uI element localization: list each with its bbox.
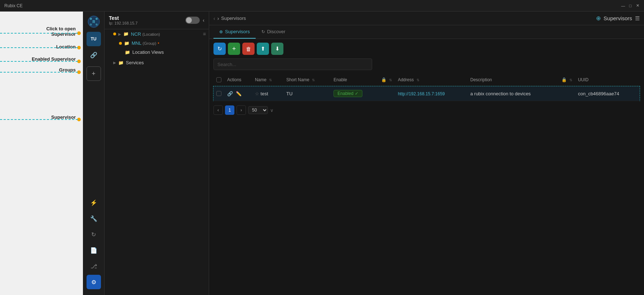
address-sort-icon[interactable]: ⇅ <box>416 78 419 82</box>
table-row[interactable]: 🔗 ✏️ ☆ test TU <box>213 86 640 101</box>
refresh-button[interactable]: ↻ <box>213 43 226 55</box>
row-actions-cell: 🔗 ✏️ <box>224 86 252 101</box>
lock-sort-icon[interactable]: ⇅ <box>389 78 392 82</box>
uuid-col-label: UUID <box>578 77 588 82</box>
sidebar-bottom: ⚡ 🔧 ↻ 📄 ⎇ ⚙ <box>87 195 101 292</box>
icon-sidebar: R TU 🔗 + ⚡ 🔧 <box>83 12 105 295</box>
annotation-location-label: Location <box>56 44 76 49</box>
row-link-icon[interactable]: 🔗 <box>227 91 233 96</box>
action-icons: 🔗 ✏️ <box>227 91 249 96</box>
supervisors-tab-icon: ⊕ <box>219 29 223 34</box>
prev-page-button[interactable]: ‹ <box>213 105 223 115</box>
sidebar-icon-settings[interactable]: ⚙ <box>87 275 101 289</box>
search-input[interactable] <box>213 58 372 70</box>
row-description-cell: a rubix connection to devices <box>467 86 558 101</box>
app-title: Rubix CE <box>4 3 23 8</box>
sidebar-icon-add[interactable]: + <box>87 66 101 81</box>
th-actions: Actions <box>224 74 252 86</box>
next-page-button[interactable]: › <box>237 105 246 115</box>
annotation-panel: Click to openSupervisor Location Enabled… <box>0 12 83 295</box>
export-btn-icon: ⬇ <box>275 45 280 52</box>
mnl-name: MNL <box>132 40 141 46</box>
sidebar-icon-link[interactable]: 🔗 <box>87 48 101 62</box>
sidebar-icon-wrench[interactable]: 🔧 <box>87 211 101 226</box>
row-short-name-cell: TU <box>283 86 331 101</box>
sidebar-icon-git[interactable]: ⎇ <box>87 259 101 273</box>
breadcrumb-list-icon: ☰ <box>635 15 640 22</box>
delete-button[interactable]: 🗑 <box>242 43 255 55</box>
toggle-switch[interactable] <box>185 17 200 24</box>
description-col-label: Description <box>470 77 492 82</box>
avatar[interactable]: TU <box>87 32 101 46</box>
row-edit-icon[interactable]: ✏️ <box>236 91 242 96</box>
mnl-edit-marker: • <box>158 40 159 46</box>
mnl-group-tag: (Group) <box>143 41 156 45</box>
import-button[interactable]: ⬆ <box>257 43 269 55</box>
annotation-line-supervisor <box>0 119 78 120</box>
row-address[interactable]: http://192.168.15.7:1659 <box>398 91 445 96</box>
name-sort-icon[interactable]: ⇅ <box>269 78 272 82</box>
collapse-button[interactable]: ‹ <box>203 17 204 23</box>
maximize-button[interactable]: □ <box>628 4 632 8</box>
breadcrumb-nav: ‹ › Supervisors <box>213 16 246 21</box>
per-page-select[interactable]: 50 100 200 <box>248 106 268 114</box>
row-description: a rubix connection to devices <box>470 91 531 96</box>
enabled-badge: Enabled ✓ <box>334 90 362 97</box>
tab-discover[interactable]: ↻ Discover <box>256 25 291 39</box>
supervisors-table: Actions Name ⇅ Short Name ⇅ En <box>213 74 640 101</box>
search-bar <box>209 58 644 74</box>
row-star-icon[interactable]: ☆ <box>255 91 259 96</box>
enabled-text: Enabled <box>338 91 353 96</box>
minimize-button[interactable]: — <box>621 4 625 8</box>
tree-item-mnl[interactable]: 📁 MNL (Group) • <box>105 39 209 48</box>
header-checkbox[interactable] <box>216 77 221 82</box>
tree-title: Test <box>109 15 138 21</box>
lock2-col-icon: 🔒 <box>561 77 567 82</box>
location-views-label: Location Views <box>132 49 206 55</box>
row-checkbox[interactable] <box>216 91 221 96</box>
delete-btn-icon: 🗑 <box>246 46 251 52</box>
close-button[interactable]: ✕ <box>635 4 640 8</box>
services-label: Services <box>126 60 206 65</box>
enable-col-label: Enable <box>334 77 347 82</box>
tree-item-location-views[interactable]: 📁 Location Views <box>105 48 209 57</box>
th-uuid: UUID <box>575 74 640 86</box>
sidebar-top: R TU 🔗 + <box>87 14 101 195</box>
export-button[interactable]: ⬇ <box>271 43 283 55</box>
th-lock1: 🔒 ⇅ <box>378 74 395 86</box>
sidebar-icon-refresh[interactable]: ↻ <box>87 227 101 242</box>
ncr-label: NCR (Location) <box>131 31 201 37</box>
breadcrumb-path: Supervisors <box>221 16 246 21</box>
add-button[interactable]: + <box>228 43 240 55</box>
row-checkbox-cell <box>213 86 224 101</box>
ncr-location-tag: (Location) <box>142 32 160 36</box>
row-enable-cell: Enabled ✓ <box>331 86 378 101</box>
breadcrumb-forward-button[interactable]: › <box>217 16 219 21</box>
tree-ip: Ip: 192.168.15.7 <box>109 21 138 25</box>
breadcrumb-title-area: ⊕ Supervisors ☰ <box>596 15 640 22</box>
current-page-button[interactable]: 1 <box>225 105 234 115</box>
breadcrumb-back-button[interactable]: ‹ <box>213 16 215 21</box>
folder-icon-services: 📁 <box>118 60 124 65</box>
ncr-options-icon[interactable]: ≡ <box>203 31 206 37</box>
lock2-sort-icon[interactable]: ⇅ <box>569 78 572 82</box>
sidebar-icon-document[interactable]: 📄 <box>87 243 101 257</box>
refresh-btn-icon: ↻ <box>217 45 222 52</box>
annotation-line-groups <box>0 72 78 73</box>
rubix-logo-icon: R <box>87 15 100 28</box>
toolbar: ↻ + 🗑 ⬆ ⬇ <box>209 39 644 58</box>
breadcrumb-page-title: Supervisors <box>604 15 632 21</box>
tree-item-ncr[interactable]: ▶ 📁 NCR (Location) ≡ <box>105 29 209 39</box>
row-uuid: con_cb46896aae74 <box>578 91 619 96</box>
th-short-name: Short Name ⇅ <box>283 74 331 86</box>
tree-item-services[interactable]: ▶ 📁 Services <box>105 58 209 67</box>
check-icon: ✓ <box>355 91 358 96</box>
discover-tab-label: Discover <box>267 29 286 34</box>
tab-supervisors[interactable]: ⊕ Supervisors <box>213 25 256 39</box>
actions-col-label: Actions <box>227 77 241 82</box>
tabs-bar: ⊕ Supervisors ↻ Discover <box>209 25 644 39</box>
short-name-sort-icon[interactable]: ⇅ <box>312 78 315 82</box>
sidebar-icon-lightning[interactable]: ⚡ <box>87 195 101 210</box>
window-controls: — □ ✕ <box>621 4 640 8</box>
link-icon: 🔗 <box>90 52 97 58</box>
